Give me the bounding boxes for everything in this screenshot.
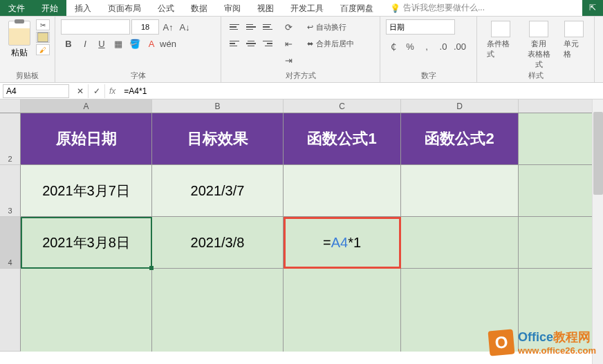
tab-review[interactable]: 审阅 [216,0,249,16]
row-header-4[interactable]: 4 [0,217,21,269]
accept-formula-button[interactable]: ✓ [89,84,105,98]
row-header-5[interactable] [0,269,21,352]
cell-a3[interactable]: 2021年3月7日 [21,165,152,217]
conditional-format-button[interactable]: 条件格式 [483,19,519,61]
watermark-title: Office教程网 [518,329,596,345]
col-header-c[interactable]: C [284,99,401,113]
decrease-font-button[interactable]: A↓ [177,19,192,35]
paste-label: 粘贴 [11,47,28,59]
font-family-select[interactable] [61,19,130,35]
align-middle-button[interactable] [243,19,259,35]
paste-button[interactable]: 粘贴 [6,19,33,60]
select-all-corner[interactable] [0,99,21,113]
cell-b5[interactable] [152,269,284,352]
cell-e3[interactable] [519,165,603,217]
cell-b3[interactable]: 2021/3/7 [152,165,284,217]
cond-format-icon [491,21,510,37]
share-button[interactable]: ⇱ [582,0,603,16]
fx-icon[interactable]: fx [105,86,120,96]
decrease-indent-button[interactable]: ⇤ [281,36,296,51]
align-center-button[interactable] [243,36,259,51]
tab-data[interactable]: 数据 [183,0,216,16]
watermark-title-en: Office [518,330,553,344]
format-painter-button[interactable]: 🖌 [36,44,50,55]
border-button[interactable]: ▦ [111,36,126,51]
cell-c3[interactable] [284,165,401,217]
col-header-a[interactable]: A [21,99,152,113]
font-size-select[interactable] [131,19,159,35]
cell-b2[interactable]: 目标效果 [152,113,284,165]
cell-e2[interactable] [519,113,603,165]
formula-input[interactable] [120,84,603,98]
formula-ref: A4 [331,235,348,251]
watermark-icon: O [488,329,515,356]
clipboard-icon [8,21,30,46]
row-header-3[interactable]: 3 [0,165,21,217]
comma-button[interactable]: , [419,39,434,54]
row-header-2[interactable]: 2 [0,113,21,165]
merge-center-button[interactable]: ⬌合并后居中 [303,36,358,51]
tab-insert[interactable]: 插入 [66,0,100,16]
align-left-button[interactable] [227,36,242,51]
cond-format-label: 条件格式 [487,39,514,59]
cell-a4[interactable]: 2021年3月8日 [21,217,152,269]
tab-layout[interactable]: 页面布局 [100,0,149,16]
table-format-label: 套用 表格格式 [526,39,553,70]
increase-font-button[interactable]: A↑ [160,19,176,35]
orientation-button[interactable]: ⟳ [281,19,296,35]
bold-button[interactable]: B [61,36,76,51]
cell-styles-label: 单元格 [564,39,584,59]
decrease-decimal-button[interactable]: .00 [452,39,467,54]
align-bottom-button[interactable] [260,19,275,35]
cell-b4[interactable]: 2021/3/8 [152,217,284,269]
increase-decimal-button[interactable]: .0 [436,39,451,54]
merge-icon: ⬌ [307,39,313,48]
tell-me-text: 告诉我您想要做什么... [403,2,485,14]
tab-file[interactable]: 文件 [0,0,33,16]
align-top-button[interactable] [227,19,242,35]
cut-button[interactable]: ✂ [36,19,50,30]
copy-icon [37,32,48,42]
formula-suffix: *1 [348,235,361,251]
cell-d2[interactable]: 函数公式2 [401,113,519,165]
cell-a5[interactable] [21,269,152,352]
number-format-select[interactable] [386,19,455,35]
cell-d3[interactable] [401,165,519,217]
col-header-b[interactable]: B [152,99,284,113]
cancel-formula-button[interactable]: ✕ [72,84,89,98]
tell-me[interactable]: 💡 告诉我您想要做什么... [382,0,493,16]
cell-d4[interactable] [401,217,519,269]
table-format-button[interactable]: 套用 表格格式 [521,19,557,71]
cell-c5[interactable] [284,269,401,352]
cell-styles-button[interactable]: 单元格 [559,19,588,61]
col-header-d[interactable]: D [401,99,519,113]
underline-button[interactable]: U [94,36,109,51]
tab-view[interactable]: 视图 [249,0,282,16]
cell-styles-icon [564,21,584,37]
wrap-label: 自动换行 [316,22,346,32]
merge-label: 合并后居中 [316,39,354,49]
cell-c4[interactable]: =A4*1 [284,217,401,269]
align-right-button[interactable] [260,36,275,51]
col-header-e[interactable] [519,99,603,113]
cell-a2[interactable]: 原始日期 [21,113,152,165]
tab-baidu[interactable]: 百度网盘 [332,0,382,16]
tab-dev[interactable]: 开发工具 [282,0,332,16]
tab-formulas[interactable]: 公式 [149,0,183,16]
percent-button[interactable]: % [402,39,418,54]
scroll-thumb[interactable] [593,112,603,195]
cell-e4[interactable] [519,217,603,269]
phonetic-button[interactable]: wén [160,36,176,51]
italic-button[interactable]: I [77,36,93,51]
watermark: O Office教程网 www.office26.com [489,329,596,356]
currency-button[interactable]: ₵ [386,39,401,54]
copy-button[interactable] [36,32,50,43]
tab-home[interactable]: 开始 [33,0,66,16]
vertical-scrollbar[interactable] [592,99,603,364]
font-color-button[interactable]: A [144,36,159,51]
fill-color-button[interactable]: 🪣 [127,36,142,51]
wrap-text-button[interactable]: ↩自动换行 [303,19,358,35]
increase-indent-button[interactable]: ⇥ [281,52,296,68]
cell-c2[interactable]: 函数公式1 [284,113,401,165]
name-box[interactable] [3,84,69,98]
